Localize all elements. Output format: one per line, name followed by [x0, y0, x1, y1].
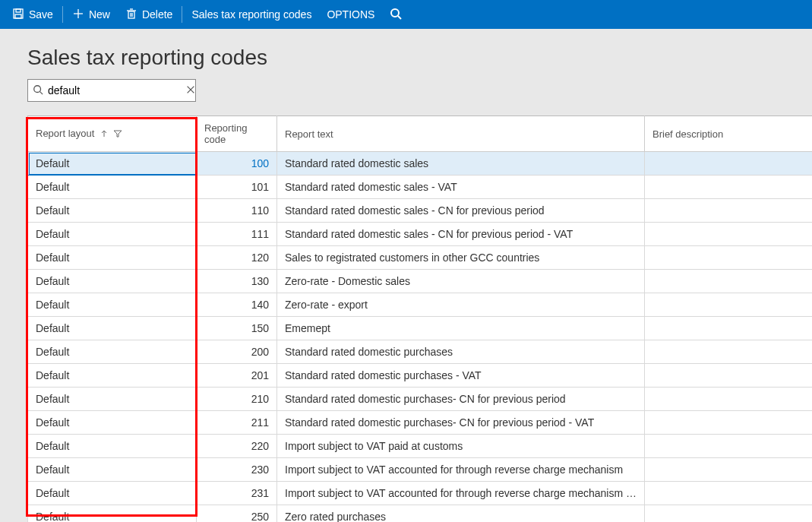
- codes-label: Sales tax reporting codes: [191, 8, 311, 21]
- cell-code[interactable]: 100: [197, 152, 277, 176]
- cell-layout[interactable]: Default: [28, 411, 197, 435]
- cell-code[interactable]: 111: [197, 223, 277, 246]
- cell-desc[interactable]: [645, 364, 813, 388]
- table-row[interactable]: Default201Standard rated domestic purcha…: [28, 364, 813, 388]
- table-row[interactable]: Default140Zero-rate - export: [28, 293, 813, 317]
- cell-code[interactable]: 150: [197, 317, 277, 340]
- cell-desc[interactable]: [645, 411, 813, 435]
- cell-desc[interactable]: [645, 270, 813, 293]
- cell-layout[interactable]: Default: [28, 293, 197, 317]
- cell-layout[interactable]: Default: [28, 246, 197, 270]
- cell-layout[interactable]: Default: [28, 270, 197, 293]
- cell-desc[interactable]: [645, 223, 813, 246]
- table-row[interactable]: Default100Standard rated domestic sales: [28, 152, 813, 176]
- table-row[interactable]: Default150Ememept: [28, 317, 813, 340]
- table-row[interactable]: Default250Zero rated purchases: [28, 505, 813, 523]
- col-header-code[interactable]: Reporting code: [197, 116, 277, 152]
- table-row[interactable]: Default110Standard rated domestic sales …: [28, 199, 813, 223]
- cell-text[interactable]: Zero rated purchases: [277, 505, 645, 523]
- cell-text[interactable]: Standard rated domestic sales - CN for p…: [277, 223, 645, 246]
- cell-desc[interactable]: [645, 435, 813, 458]
- cell-layout[interactable]: Default: [28, 505, 197, 523]
- header-row: Report layout Reporting code Report text: [28, 116, 813, 152]
- cell-text[interactable]: Zero-rate - export: [277, 293, 645, 317]
- cell-layout[interactable]: Default: [28, 435, 197, 458]
- cell-layout[interactable]: Default: [28, 340, 197, 364]
- cell-code[interactable]: 140: [197, 293, 277, 317]
- table-row[interactable]: Default101Standard rated domestic sales …: [28, 176, 813, 199]
- svg-line-11: [398, 16, 401, 19]
- filter-box[interactable]: [27, 79, 196, 102]
- cell-layout[interactable]: Default: [28, 176, 197, 199]
- col-header-layout[interactable]: Report layout: [28, 116, 197, 152]
- cell-desc[interactable]: [645, 317, 813, 340]
- new-button[interactable]: New: [65, 0, 118, 29]
- cell-desc[interactable]: [645, 505, 813, 523]
- cell-layout[interactable]: Default: [28, 152, 197, 176]
- cell-code[interactable]: 250: [197, 505, 277, 523]
- col-header-text[interactable]: Report text: [277, 116, 645, 152]
- cell-desc[interactable]: [645, 246, 813, 270]
- col-header-label: Report layout: [36, 128, 94, 139]
- table-row[interactable]: Default230Import subject to VAT accounte…: [28, 458, 813, 482]
- cell-text[interactable]: Sales to registrated customers in other …: [277, 246, 645, 270]
- cell-text[interactable]: Import subject to VAT accounted for thro…: [277, 458, 645, 482]
- cell-desc[interactable]: [645, 388, 813, 411]
- cell-code[interactable]: 231: [197, 482, 277, 505]
- cell-code[interactable]: 210: [197, 388, 277, 411]
- filter-input[interactable]: [43, 84, 185, 96]
- clear-filter-button[interactable]: [185, 84, 196, 97]
- cell-text[interactable]: Standard rated domestic sales: [277, 152, 645, 176]
- cell-desc[interactable]: [645, 482, 813, 505]
- cell-desc[interactable]: [645, 458, 813, 482]
- cell-layout[interactable]: Default: [28, 388, 197, 411]
- cell-code[interactable]: 230: [197, 458, 277, 482]
- cell-desc[interactable]: [645, 176, 813, 199]
- cell-code[interactable]: 101: [197, 176, 277, 199]
- cell-text[interactable]: Zero-rate - Domestic sales: [277, 270, 645, 293]
- cell-layout[interactable]: Default: [28, 199, 197, 223]
- cell-code[interactable]: 110: [197, 199, 277, 223]
- cell-code[interactable]: 220: [197, 435, 277, 458]
- col-header-desc[interactable]: Brief description: [645, 116, 813, 152]
- table-row[interactable]: Default111Standard rated domestic sales …: [28, 223, 813, 246]
- cell-desc[interactable]: [645, 340, 813, 364]
- cell-text[interactable]: Standard rated domestic purchases: [277, 340, 645, 364]
- table-row[interactable]: Default130Zero-rate - Domestic sales: [28, 270, 813, 293]
- cell-text[interactable]: Import subject to VAT accounted for thro…: [277, 482, 645, 505]
- cell-layout[interactable]: Default: [28, 317, 197, 340]
- cell-code[interactable]: 211: [197, 411, 277, 435]
- cell-text[interactable]: Import subject to VAT paid at customs: [277, 435, 645, 458]
- cell-text[interactable]: Standard rated domestic purchases- CN fo…: [277, 411, 645, 435]
- table-row[interactable]: Default231Import subject to VAT accounte…: [28, 482, 813, 505]
- table-row[interactable]: Default200Standard rated domestic purcha…: [28, 340, 813, 364]
- cell-text[interactable]: Standard rated domestic purchases - VAT: [277, 364, 645, 388]
- codes-button[interactable]: Sales tax reporting codes: [184, 0, 319, 29]
- cell-code[interactable]: 200: [197, 340, 277, 364]
- delete-button[interactable]: Delete: [118, 0, 180, 29]
- cell-code[interactable]: 120: [197, 246, 277, 270]
- table-row[interactable]: Default211Standard rated domestic purcha…: [28, 411, 813, 435]
- options-button[interactable]: OPTIONS: [319, 0, 382, 29]
- search-button[interactable]: [382, 0, 409, 29]
- cell-desc[interactable]: [645, 152, 813, 176]
- table-row[interactable]: Default210Standard rated domestic purcha…: [28, 388, 813, 411]
- cell-layout[interactable]: Default: [28, 364, 197, 388]
- cell-text[interactable]: Standard rated domestic purchases- CN fo…: [277, 388, 645, 411]
- cell-code[interactable]: 201: [197, 364, 277, 388]
- cell-text[interactable]: Ememept: [277, 317, 645, 340]
- col-header-label: Report text: [285, 128, 333, 140]
- save-button[interactable]: Save: [5, 0, 61, 29]
- cell-layout[interactable]: Default: [28, 482, 197, 505]
- svg-point-10: [391, 9, 399, 17]
- cell-text[interactable]: Standard rated domestic sales - CN for p…: [277, 199, 645, 223]
- cell-desc[interactable]: [645, 199, 813, 223]
- table-row[interactable]: Default220Import subject to VAT paid at …: [28, 435, 813, 458]
- cell-layout[interactable]: Default: [28, 458, 197, 482]
- cell-layout[interactable]: Default: [28, 223, 197, 246]
- cell-code[interactable]: 130: [197, 270, 277, 293]
- cell-desc[interactable]: [645, 293, 813, 317]
- table-row[interactable]: Default120Sales to registrated customers…: [28, 246, 813, 270]
- cell-text[interactable]: Standard rated domestic sales - VAT: [277, 176, 645, 199]
- svg-point-12: [34, 85, 41, 92]
